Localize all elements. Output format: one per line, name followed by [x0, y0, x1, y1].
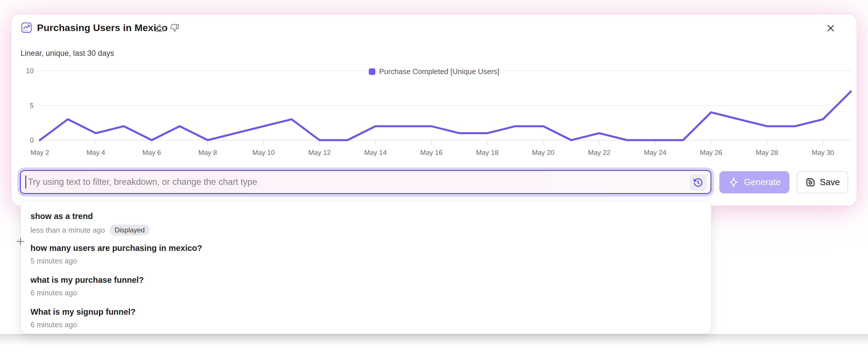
svg-text:May 8: May 8 — [198, 149, 217, 156]
save-label: Save — [820, 177, 840, 187]
thumbs-up-button[interactable] — [154, 22, 166, 34]
history-item[interactable]: what is my purchase funnel? 6 minutes ag… — [30, 273, 702, 305]
svg-text:May 18: May 18 — [476, 149, 499, 156]
history-meta: 5 minutes ago — [30, 257, 702, 265]
history-meta: 6 minutes ago — [30, 288, 702, 297]
ai-prompt-input[interactable]: Try using text to filter, breakdown, or … — [20, 170, 711, 194]
history-query: What is my signup funnel? — [30, 307, 702, 317]
svg-text:May 20: May 20 — [532, 149, 554, 156]
insights-chart-icon — [21, 22, 32, 34]
svg-text:May 24: May 24 — [644, 149, 666, 156]
save-disk-icon — [805, 177, 816, 188]
history-button[interactable] — [690, 174, 706, 191]
history-time: less than a minute ago — [30, 226, 105, 235]
svg-text:May 10: May 10 — [252, 149, 275, 156]
history-query: show as a trend — [30, 212, 702, 221]
generate-button[interactable]: Generate — [719, 171, 789, 193]
thumbs-down-icon — [168, 22, 180, 34]
history-item[interactable]: show as a trend less than a minute ago D… — [30, 209, 702, 241]
close-icon — [825, 23, 841, 34]
history-meta: less than a minute ago Displayed — [30, 225, 702, 235]
text-caret — [25, 175, 26, 189]
thumbs-down-button[interactable] — [168, 22, 180, 34]
history-time: 5 minutes ago — [30, 257, 77, 265]
thumbs-up-icon — [154, 22, 166, 34]
svg-text:May 2: May 2 — [30, 149, 49, 156]
legend-label: Purchase Completed [Unique Users] — [379, 67, 499, 76]
history-list: show as a trend less than a minute ago D… — [30, 209, 702, 336]
close-button[interactable] — [825, 21, 841, 36]
save-button[interactable]: Save — [797, 171, 848, 193]
history-query: how many users are purchasing in mexico? — [30, 244, 702, 253]
svg-text:May 6: May 6 — [143, 149, 161, 156]
svg-text:0: 0 — [30, 136, 34, 144]
svg-text:May 12: May 12 — [308, 149, 331, 156]
page-title: Purchasing Users in Mexico — [37, 22, 168, 33]
history-clock-icon — [692, 177, 704, 188]
history-item[interactable]: how many users are purchasing in mexico?… — [30, 241, 702, 273]
history-dropdown: show as a trend less than a minute ago D… — [21, 201, 711, 334]
line-chart: 1050May 2May 4May 6May 8May 10May 12May … — [11, 51, 857, 175]
svg-text:May 16: May 16 — [420, 149, 442, 156]
svg-text:May 30: May 30 — [812, 149, 834, 156]
page-bottom-divider — [0, 334, 868, 352]
svg-text:May 4: May 4 — [87, 149, 105, 156]
page: Purchasing Users in Mexico — [0, 0, 868, 352]
history-time: 6 minutes ago — [30, 288, 77, 297]
chart-legend: Purchase Completed [Unique Users] — [11, 67, 857, 76]
history-item[interactable]: What is my signup funnel? 6 minutes ago — [30, 305, 702, 336]
sparkle-icon — [728, 177, 739, 188]
generate-label: Generate — [744, 177, 781, 187]
svg-text:May 14: May 14 — [364, 149, 387, 156]
history-badge: Displayed — [110, 225, 150, 235]
prompt-placeholder: Try using text to filter, breakdown, or … — [28, 177, 257, 187]
mouse-cursor-crosshair — [15, 236, 26, 247]
svg-text:May 26: May 26 — [700, 149, 722, 156]
history-meta: 6 minutes ago — [30, 320, 702, 329]
svg-text:May 28: May 28 — [756, 149, 778, 156]
history-time: 6 minutes ago — [30, 320, 77, 329]
svg-text:May 22: May 22 — [588, 149, 611, 156]
svg-text:5: 5 — [30, 102, 34, 109]
chart-card: Purchasing Users in Mexico — [11, 14, 857, 205]
history-query: what is my purchase funnel? — [30, 276, 702, 285]
legend-swatch — [369, 68, 375, 75]
